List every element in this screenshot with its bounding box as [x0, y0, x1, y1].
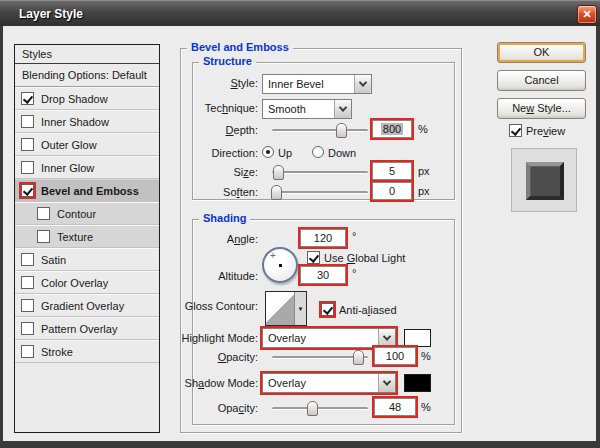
window-title: Layer Style	[19, 7, 83, 21]
anti-aliased-checkbox[interactable]	[321, 303, 334, 316]
close-icon[interactable]: ✕	[577, 5, 597, 24]
styles-list: Styles Blending Options: Default Drop Sh…	[14, 44, 160, 433]
inner-glow-checkbox[interactable]	[21, 161, 34, 174]
sidebar-item-drop-shadow[interactable]: Drop Shadow	[15, 87, 159, 110]
shadow-opacity-slider[interactable]	[272, 401, 368, 416]
highlight-opacity-thumb[interactable]	[353, 350, 364, 365]
sidebar-item-gradient-overlay[interactable]: Gradient Overlay	[15, 294, 159, 317]
stroke-checkbox[interactable]	[21, 345, 34, 358]
sidebar-item-label: Bevel and Emboss	[41, 185, 139, 197]
soften-slider-thumb[interactable]	[271, 185, 282, 200]
contour-checkbox[interactable]	[37, 207, 50, 220]
inner-shadow-checkbox[interactable]	[21, 115, 34, 128]
bevel-emboss-checkbox[interactable]	[21, 184, 34, 197]
sidebar-item-label: Drop Shadow	[41, 93, 108, 105]
sidebar-item-texture[interactable]: Texture	[15, 225, 159, 248]
highlight-opacity-slider[interactable]	[272, 350, 368, 365]
shadow-opacity-unit: %	[421, 401, 431, 414]
sidebar-item-label: Outer Glow	[41, 139, 97, 151]
titlebar[interactable]: Layer Style ✕	[0, 0, 600, 26]
sidebar-item-inner-shadow[interactable]: Inner Shadow	[15, 110, 159, 133]
sidebar-item-label: Color Overlay	[41, 277, 108, 289]
angle-label: Angle:	[148, 233, 258, 246]
sidebar-item-inner-glow[interactable]: Inner Glow	[15, 156, 159, 179]
satin-checkbox[interactable]	[21, 253, 34, 266]
chevron-down-icon[interactable]	[334, 100, 351, 118]
angle-dial[interactable]: +	[262, 247, 298, 283]
shadow-opacity-input[interactable]: 48	[374, 398, 416, 416]
direction-down-label: Down	[328, 147, 356, 160]
shadow-opacity-thumb[interactable]	[307, 401, 318, 416]
ok-button[interactable]: OK	[497, 42, 586, 63]
style-preview-thumbnail	[511, 148, 577, 212]
depth-slider-thumb[interactable]	[336, 123, 347, 138]
technique-dropdown-value: Smooth	[263, 100, 334, 118]
layer-style-dialog: Layer Style ✕ Styles Blending Options: D…	[0, 0, 600, 448]
highlight-color-swatch[interactable]	[404, 329, 431, 347]
gloss-contour-label: Gloss Contour:	[148, 300, 258, 313]
size-slider[interactable]	[272, 165, 368, 180]
style-dropdown-value: Inner Bevel	[263, 75, 354, 93]
highlight-mode-dropdown[interactable]: Overlay	[262, 328, 396, 348]
altitude-unit: °	[352, 267, 356, 280]
style-dropdown[interactable]: Inner Bevel	[262, 74, 372, 94]
shadow-color-swatch[interactable]	[404, 374, 431, 392]
gradient-overlay-checkbox[interactable]	[21, 299, 34, 312]
panel-title: Bevel and Emboss	[187, 41, 293, 53]
color-overlay-checkbox[interactable]	[21, 276, 34, 289]
size-input[interactable]: 5	[372, 162, 412, 180]
sidebar-item-blending-options[interactable]: Blending Options: Default	[15, 64, 159, 87]
altitude-input[interactable]: 30	[300, 266, 346, 284]
direction-label: Direction:	[148, 147, 258, 160]
chevron-down-icon[interactable]	[378, 374, 395, 392]
direction-up-radio[interactable]	[262, 146, 274, 158]
chevron-down-icon[interactable]	[378, 329, 395, 347]
preview-emboss-square	[526, 162, 564, 200]
sidebar-item-pattern-overlay[interactable]: Pattern Overlay	[15, 317, 159, 340]
soften-slider[interactable]	[272, 185, 368, 200]
pattern-overlay-checkbox[interactable]	[21, 322, 34, 335]
outer-glow-checkbox[interactable]	[21, 138, 34, 151]
angle-input[interactable]: 120	[300, 229, 346, 247]
slider-track	[272, 407, 368, 410]
use-global-light-label: Use Global Light	[324, 252, 405, 265]
soften-input[interactable]: 0	[372, 182, 412, 200]
highlight-opacity-input[interactable]: 100	[374, 347, 416, 365]
styles-list-header: Styles	[15, 45, 159, 64]
preview-checkbox[interactable]	[509, 124, 522, 137]
altitude-label: Altitude:	[148, 270, 258, 283]
gloss-contour-picker[interactable]: ▼	[265, 291, 307, 326]
size-slider-thumb[interactable]	[273, 165, 284, 180]
cancel-button[interactable]: Cancel	[497, 70, 586, 91]
sidebar-item-bevel-and-emboss[interactable]: Bevel and Emboss	[15, 179, 159, 202]
sidebar-item-label: Satin	[41, 254, 66, 266]
shading-group: Shading	[192, 219, 455, 425]
texture-checkbox[interactable]	[37, 230, 50, 243]
sidebar-item-contour[interactable]: Contour	[15, 202, 159, 225]
highlight-opacity-unit: %	[421, 350, 431, 363]
angle-unit: °	[352, 230, 356, 243]
contour-dropdown-icon[interactable]: ▼	[294, 292, 306, 325]
chevron-down-icon[interactable]	[354, 75, 371, 93]
sidebar-item-outer-glow[interactable]: Outer Glow	[15, 133, 159, 156]
shadow-mode-dropdown[interactable]: Overlay	[262, 373, 396, 393]
depth-unit: %	[418, 123, 428, 136]
depth-slider[interactable]	[272, 123, 368, 138]
depth-label: Depth:	[148, 124, 258, 137]
sidebar-filler	[15, 363, 159, 432]
preview-toggle[interactable]: Preview	[509, 124, 565, 137]
depth-input[interactable]: 800	[372, 120, 412, 138]
sidebar-item-label: Gradient Overlay	[41, 300, 124, 312]
slider-track	[272, 129, 368, 132]
sidebar-item-satin[interactable]: Satin	[15, 248, 159, 271]
soften-label: Soften:	[148, 186, 258, 199]
slider-track	[272, 191, 368, 194]
technique-dropdown[interactable]: Smooth	[262, 99, 352, 119]
new-style-button[interactable]: New Style...	[497, 98, 586, 119]
direction-down-radio[interactable]	[312, 146, 324, 158]
sidebar-item-stroke[interactable]: Stroke	[15, 340, 159, 363]
drop-shadow-checkbox[interactable]	[21, 92, 34, 105]
use-global-light-checkbox[interactable]	[307, 251, 320, 264]
anti-aliased-label: Anti-aliased	[339, 304, 397, 317]
sidebar-item-color-overlay[interactable]: Color Overlay	[15, 271, 159, 294]
